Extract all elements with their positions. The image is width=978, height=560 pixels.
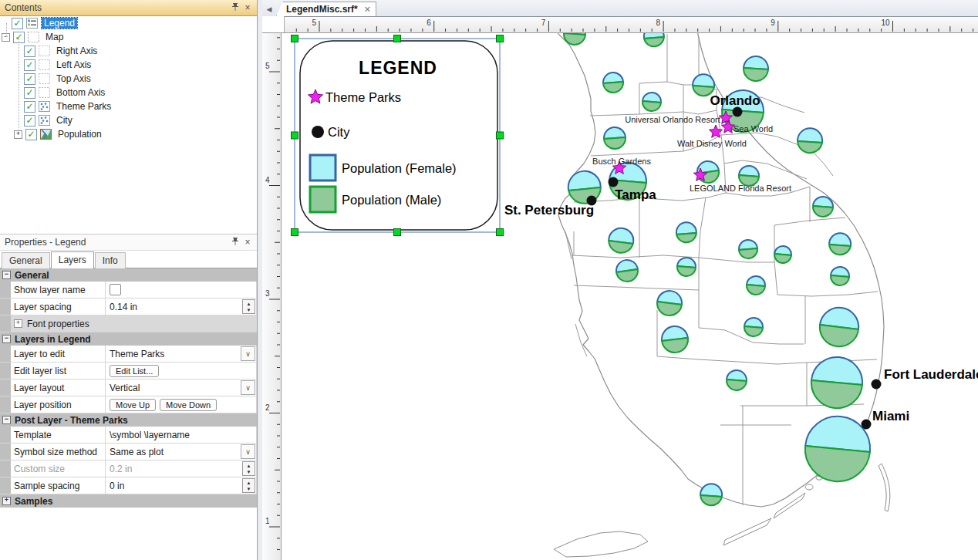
population-pie-male[interactable]: [739, 248, 757, 258]
visibility-checkbox[interactable]: ✓: [12, 18, 23, 29]
population-pie-male[interactable]: [604, 137, 626, 149]
population-pie-male[interactable]: [747, 285, 765, 295]
prop-button-0[interactable]: Move Up: [110, 399, 156, 411]
chevron-down-icon[interactable]: ∨: [241, 380, 255, 395]
population-pie-male[interactable]: [676, 233, 696, 242]
collapse-icon[interactable]: −: [2, 271, 11, 279]
selection-handle[interactable]: [394, 35, 401, 42]
city-label: Tampa: [615, 187, 656, 202]
population-pie-male[interactable]: [662, 338, 688, 353]
selection-handle[interactable]: [497, 229, 504, 236]
prop-value[interactable]: 0.2 in: [110, 464, 132, 474]
selection-handle[interactable]: [497, 35, 504, 42]
population-pie-male[interactable]: [727, 380, 747, 390]
population-pie-male[interactable]: [805, 446, 870, 481]
collapse-icon[interactable]: −: [2, 416, 11, 424]
spinner-arrows-icon[interactable]: ▲▼: [242, 461, 255, 476]
map-canvas[interactable]: Universal Orlando ResortSea WorldWalt Di…: [262, 0, 978, 560]
pin-icon[interactable]: [229, 237, 241, 248]
visibility-checkbox[interactable]: ✓: [25, 129, 37, 140]
prop-label: Template: [11, 427, 106, 443]
population-pie-male[interactable]: [657, 302, 682, 315]
population-pie-male[interactable]: [642, 101, 661, 111]
spinner-arrows-icon[interactable]: ▲▼: [242, 478, 255, 493]
section-header-layers-in-legend[interactable]: −Layers in Legend: [0, 332, 257, 346]
prop-value[interactable]: 0 in: [110, 481, 124, 491]
section-header-post-layer-theme-parks[interactable]: −Post Layer - Theme Parks: [0, 413, 257, 427]
chevron-down-icon[interactable]: ∨: [241, 444, 255, 459]
selection-handle[interactable]: [292, 229, 298, 236]
population-pie-male[interactable]: [829, 245, 851, 255]
tab-general[interactable]: General: [2, 252, 50, 268]
selection-handle[interactable]: [292, 35, 298, 42]
points-icon: [39, 115, 51, 126]
tree-item-city[interactable]: ✓City: [0, 113, 257, 127]
city-dot[interactable]: [862, 420, 872, 430]
prop-label: Show layer name: [11, 282, 106, 298]
population-pie-male[interactable]: [774, 254, 791, 263]
prop-value[interactable]: Theme Parks: [110, 349, 164, 359]
population-pie-male[interactable]: [798, 141, 822, 153]
tree-item-right-axis[interactable]: ✓Right Axis: [0, 44, 257, 58]
prop-value[interactable]: 0.14 in: [110, 302, 137, 312]
population-pie-male[interactable]: [603, 82, 623, 93]
visibility-checkbox[interactable]: ✓: [24, 59, 35, 71]
city-dot[interactable]: [872, 380, 882, 390]
ruler-corner: [262, 16, 285, 33]
tree-item-population[interactable]: +✓Population: [0, 127, 257, 141]
prop-checkbox[interactable]: [110, 284, 121, 295]
city-dot[interactable]: [733, 107, 743, 117]
close-icon[interactable]: ×: [241, 237, 254, 248]
city-label: Miami: [872, 409, 909, 423]
tab-info[interactable]: Info: [95, 252, 126, 268]
population-pie-male[interactable]: [831, 275, 849, 285]
prop-value[interactable]: Vertical: [110, 383, 140, 393]
pin-icon[interactable]: [229, 2, 241, 14]
tree-item-legend[interactable]: ✓Legend: [0, 16, 257, 30]
collapse-icon[interactable]: −: [2, 335, 11, 343]
tree-item-label: Bottom Axis: [54, 87, 107, 98]
tab-layers[interactable]: Layers: [51, 251, 94, 268]
expand-icon[interactable]: +: [14, 319, 22, 328]
tree-item-theme-parks[interactable]: ✓Theme Parks: [0, 100, 257, 113]
visibility-checkbox[interactable]: ✓: [24, 73, 35, 85]
section-header-general[interactable]: −General: [0, 268, 257, 282]
vertical-ruler[interactable]: 54321: [262, 32, 282, 560]
tab-close-icon[interactable]: ✕: [364, 5, 371, 15]
tab-scroll-left-icon[interactable]: ◀: [262, 5, 276, 16]
tree-item-top-axis[interactable]: ✓Top Axis: [0, 72, 257, 86]
population-pie-male[interactable]: [813, 206, 833, 217]
tree-item-left-axis[interactable]: ✓Left Axis: [0, 58, 257, 72]
document-tab[interactable]: LegendMisc.srf* ✕: [276, 2, 376, 16]
visibility-checkbox[interactable]: ✓: [24, 46, 35, 57]
selection-handle[interactable]: [394, 229, 401, 236]
spinner-arrows-icon[interactable]: ▲▼: [242, 299, 255, 314]
tree-item-map[interactable]: −✓Map: [0, 30, 257, 44]
properties-panel-header: Properties - Legend ×: [0, 234, 257, 251]
selection-handle[interactable]: [292, 132, 298, 139]
horizontal-ruler[interactable]: 5678910: [284, 16, 978, 33]
population-pie-male[interactable]: [811, 380, 862, 408]
section-header-samples[interactable]: +Samples: [0, 494, 257, 508]
prop-value[interactable]: \symbol \layername: [110, 430, 190, 440]
visibility-checkbox[interactable]: ✓: [24, 115, 35, 127]
population-pie-male[interactable]: [744, 68, 768, 81]
population-pie-male[interactable]: [616, 269, 638, 282]
expand-icon[interactable]: +: [2, 497, 11, 505]
population-pie-female[interactable]: [798, 128, 822, 143]
city-dot[interactable]: [609, 177, 619, 187]
chevron-down-icon[interactable]: ∨: [241, 346, 255, 361]
population-pie-male[interactable]: [644, 37, 664, 46]
prop-button[interactable]: Edit List...: [110, 365, 159, 377]
prop-value[interactable]: Same as plot: [110, 447, 164, 457]
close-icon[interactable]: ×: [241, 2, 254, 13]
population-pie-male[interactable]: [700, 495, 722, 505]
population-pie-male[interactable]: [677, 266, 696, 276]
selection-handle[interactable]: [497, 132, 504, 139]
population-pie-male[interactable]: [820, 325, 858, 346]
prop-button-1[interactable]: Move Down: [160, 399, 217, 411]
population-pie-male[interactable]: [744, 326, 763, 336]
tree-item-bottom-axis[interactable]: ✓Bottom Axis: [0, 86, 257, 100]
visibility-checkbox[interactable]: ✓: [24, 87, 35, 99]
visibility-checkbox[interactable]: ✓: [24, 101, 35, 113]
